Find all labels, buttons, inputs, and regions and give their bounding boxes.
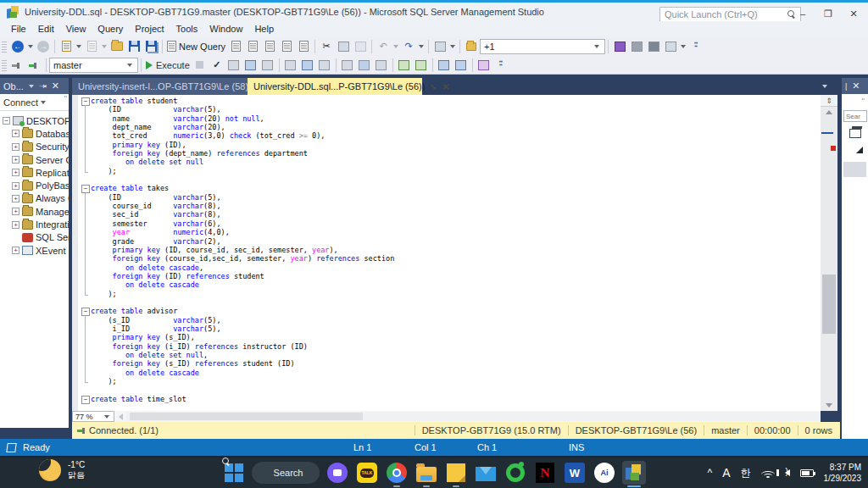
tree-item-replication[interactable]: +Replication [0,166,69,179]
ime-korean-indicator[interactable]: 한 [741,466,751,480]
lively-app-button[interactable] [504,461,527,485]
change-connection-icon[interactable] [26,57,43,74]
code-line[interactable]: semester varchar(6), [81,219,394,228]
hscroll-thumb[interactable] [130,413,363,420]
tab-university-insert[interactable]: University-insert-l...OP-GBT71G9\Le (58)… [72,78,248,95]
fold-collapse-icon[interactable] [81,184,91,192]
code-line[interactable]: on delete cascade [81,369,394,377]
undo-icon[interactable]: ↶ [375,38,392,55]
save-button[interactable] [125,38,142,55]
expand-icon[interactable]: + [12,130,19,137]
menu-tools[interactable]: Tools [170,22,204,36]
menu-help[interactable]: Help [248,22,280,36]
tree-item-sql-server-agent[interactable]: SQL Server Agent [0,231,69,244]
menu-file[interactable]: File [5,22,32,36]
wrench-icon[interactable] [628,38,645,55]
vscroll-thumb[interactable] [822,274,836,334]
toolbox-icon[interactable] [645,38,662,55]
tab-pin-icon[interactable]: ⊸ [428,80,440,92]
code-area[interactable]: create table student (ID varchar(5), nam… [81,97,394,403]
menu-project[interactable]: Project [129,22,170,36]
tree-item-management[interactable]: +Management [0,205,69,218]
code-line[interactable]: foreign key (ID) references student [81,272,394,280]
increase-indent-icon[interactable] [453,57,470,74]
start-button[interactable] [222,461,246,485]
tray-chevron-icon[interactable]: ^ [708,467,713,479]
dmx-query-icon[interactable] [261,38,278,55]
netflix-app-button[interactable]: N [533,461,557,485]
debug-template-icon[interactable] [476,57,492,74]
window-layout-icon[interactable] [849,129,861,138]
tree-item-polybase[interactable]: +PolyBase [0,179,69,191]
copy-icon[interactable] [335,38,352,55]
fold-collapse-icon[interactable] [81,97,91,105]
wifi-icon[interactable] [761,468,775,478]
tree-item-integration-services-catalogs[interactable]: +Integration Services Catalogs [0,218,69,230]
code-line[interactable]: ); [81,290,394,298]
code-line[interactable]: create table takes [81,184,394,192]
code-line[interactable]: on delete cascade [81,280,394,289]
weather-widget[interactable]: -1°C 맑음 [39,459,85,481]
query-options-icon[interactable] [242,57,259,74]
undo-caret[interactable] [393,45,398,48]
code-line[interactable] [81,385,394,394]
right-panel-search-input[interactable] [843,110,867,122]
oe-toolbar-overflow-icon[interactable]: '' [64,94,67,103]
cancel-query-icon[interactable] [192,57,209,74]
menu-query[interactable]: Query [92,22,129,36]
connect-button[interactable]: Connect [3,97,38,108]
ime-latin-indicator[interactable]: A [722,466,730,480]
terminal-caret[interactable] [681,45,686,48]
toolbar2-overflow-icon[interactable]: ⸚ [492,57,509,74]
code-line[interactable]: year numeric(4,0), [81,228,394,236]
expand-icon[interactable]: + [12,182,19,190]
code-line[interactable]: on delete set null, [81,351,394,359]
expand-icon[interactable]: + [12,247,19,254]
paste-icon[interactable] [352,38,369,55]
tree-item-databases[interactable]: +Databases [0,127,69,140]
titlebar[interactable]: University-DDL.sql - DESKTOP-GBT71G9.mas… [0,3,868,21]
toolbar-grip[interactable] [2,41,7,53]
vs-icon[interactable] [611,38,628,55]
connect-caret[interactable] [41,101,46,104]
navigate-back-button[interactable]: ← [9,38,26,55]
tree-item-server-objects[interactable]: +Server Objects [0,153,69,166]
database-engine-query-icon[interactable] [227,38,244,55]
redo-caret[interactable] [419,45,424,48]
code-line[interactable] [81,175,394,184]
menu-edit[interactable]: Edit [32,22,60,36]
menu-view[interactable]: View [60,22,92,36]
menu-window[interactable]: Window [203,22,248,36]
code-line[interactable]: grade varchar(2), [81,237,394,246]
xmla-query-icon[interactable] [278,38,295,55]
code-line[interactable]: sec_id varchar(8), [81,210,394,219]
database-combo[interactable]: master [49,58,138,73]
editor-hscrollbar[interactable] [126,412,821,421]
new-file-button[interactable] [58,38,75,55]
redo-icon[interactable]: ↷ [400,38,417,55]
minimize-button[interactable]: – [790,5,815,22]
expand-icon[interactable]: + [12,221,19,229]
parse-icon[interactable]: ✓ [209,57,225,74]
ssms-app-button[interactable] [622,461,646,485]
mail-app-button[interactable] [474,461,498,485]
terminal-icon[interactable] [662,38,679,55]
find-combo[interactable]: +1 [480,39,605,54]
code-line[interactable]: primary key (s_ID), [81,333,394,341]
selection-icon[interactable] [431,38,448,55]
code-line[interactable]: ); [81,167,394,175]
client-stats-icon[interactable] [316,57,333,74]
connect-icon[interactable] [9,57,26,74]
taskbar-clock[interactable]: 8:37 PM 1/29/2023 [824,462,862,484]
estimated-plan-icon[interactable] [225,57,242,74]
comment-icon[interactable] [396,57,413,74]
restore-button[interactable]: ❐ [815,5,841,22]
code-line[interactable]: create table student [81,97,394,105]
specify-values-icon[interactable] [282,57,299,74]
code-line[interactable]: create table time_slot [81,395,394,403]
add-item-button[interactable] [83,38,100,55]
tree-item-xevent-profiler[interactable]: +XEvent Profiler [0,244,69,257]
tab-close-icon[interactable]: ✕ [442,82,449,92]
taskbar-search[interactable]: Search [252,462,320,484]
kakaotalk-app-button[interactable]: TALK [355,461,379,485]
